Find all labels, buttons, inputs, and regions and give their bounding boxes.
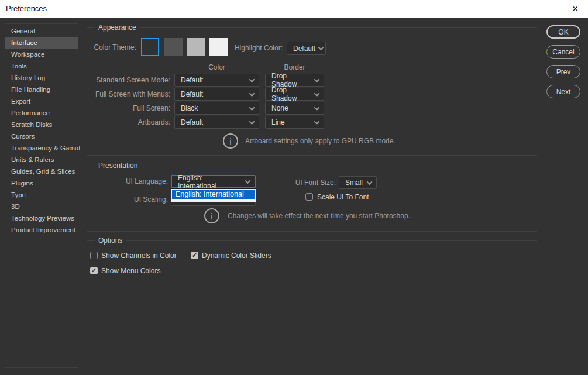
full-screen-with-menus-border-value: Drop Shadow bbox=[271, 86, 311, 102]
check-icon: ✓ bbox=[192, 252, 197, 259]
ui-scaling-label: UI Scaling: bbox=[106, 193, 168, 206]
options-legend: Options bbox=[95, 236, 126, 245]
theme-swatch-light[interactable] bbox=[187, 38, 205, 56]
ui-language-dropdown[interactable]: English: International bbox=[171, 175, 256, 188]
color-theme-label: Color Theme: bbox=[87, 43, 136, 51]
sidebar-item-performance[interactable]: Performance bbox=[5, 107, 78, 119]
full-screen-with-menus-label: Full Screen with Menus: bbox=[87, 88, 170, 101]
restart-info-text: Changes will take effect the next time y… bbox=[228, 208, 410, 223]
chevron-down-icon bbox=[249, 105, 255, 111]
sidebar-item-workspace[interactable]: Workspace bbox=[5, 49, 78, 60]
info-icon: i bbox=[223, 133, 238, 149]
sidebar-item-tools[interactable]: Tools bbox=[5, 60, 78, 72]
sidebar-item-scratch-disks[interactable]: Scratch Disks bbox=[5, 119, 78, 130]
dynamic-color-sliders-checkbox[interactable]: ✓ bbox=[191, 252, 198, 259]
sidebar-item-3d[interactable]: 3D bbox=[5, 201, 78, 212]
chevron-down-icon bbox=[249, 119, 255, 125]
theme-swatch-dark[interactable] bbox=[164, 38, 183, 56]
artboards-label: Artboards: bbox=[87, 116, 170, 129]
chevron-down-icon bbox=[245, 178, 251, 184]
prev-button[interactable]: Prev bbox=[546, 65, 580, 78]
ui-language-open-list: English: International bbox=[171, 188, 256, 202]
ui-language-value: English: International bbox=[178, 174, 242, 190]
show-menu-colors-label[interactable]: Show Menu Colors bbox=[101, 267, 160, 275]
standard-screen-mode-color-dropdown[interactable]: Default bbox=[174, 74, 259, 87]
theme-swatch-darkest[interactable] bbox=[141, 38, 159, 56]
sidebar-item-export[interactable]: Export bbox=[5, 95, 78, 107]
scale-ui-to-font-checkbox[interactable]: ✓ bbox=[305, 193, 313, 201]
presentation-panel: Presentation UI Language: English: Inter… bbox=[87, 166, 537, 232]
sidebar-item-history-log[interactable]: History Log bbox=[5, 72, 78, 84]
full-screen-border-value: None bbox=[271, 104, 288, 112]
chevron-down-icon bbox=[314, 91, 320, 97]
show-channels-in-color-label[interactable]: Show Channels in Color bbox=[101, 252, 177, 260]
sidebar-item-units-rulers[interactable]: Units & Rulers bbox=[5, 154, 78, 166]
options-panel: Options ✓ Show Channels in Color ✓ Dynam… bbox=[87, 240, 537, 281]
ui-font-size-dropdown[interactable]: Small bbox=[339, 176, 377, 189]
artboards-color-dropdown[interactable]: Default bbox=[174, 116, 259, 129]
appearance-legend: Appearance bbox=[95, 23, 140, 32]
chevron-down-icon bbox=[249, 91, 255, 97]
appearance-panel: Appearance Color Theme: Highlight Color:… bbox=[87, 27, 537, 156]
chevron-down-icon bbox=[318, 44, 324, 50]
info-icon: i bbox=[204, 208, 219, 223]
sidebar-item-general[interactable]: General bbox=[5, 25, 78, 37]
sidebar-item-product-improvement[interactable]: Product Improvement bbox=[5, 224, 78, 236]
full-screen-color-value: Black bbox=[181, 104, 198, 112]
full-screen-with-menus-color-value: Default bbox=[181, 90, 203, 98]
chevron-down-icon bbox=[314, 77, 320, 82]
next-button[interactable]: Next bbox=[546, 85, 580, 98]
highlight-color-dropdown[interactable]: Default bbox=[287, 42, 326, 55]
sidebar-item-guides-grid-slices[interactable]: Guides, Grid & Slices bbox=[5, 166, 78, 177]
ui-language-label: UI Language: bbox=[106, 175, 168, 188]
show-channels-in-color-checkbox[interactable]: ✓ bbox=[90, 252, 98, 259]
standard-screen-mode-label: Standard Screen Mode: bbox=[87, 74, 170, 87]
window-title: Preferences bbox=[6, 0, 47, 18]
chevron-down-icon bbox=[249, 77, 255, 82]
full-screen-label: Full Screen: bbox=[87, 102, 170, 115]
check-icon: ✓ bbox=[91, 267, 97, 274]
artboard-info-text: Artboard settings only apply to GPU RGB … bbox=[245, 133, 396, 149]
standard-screen-mode-border-dropdown[interactable]: Drop Shadow bbox=[265, 74, 324, 87]
sidebar-item-file-handling[interactable]: File Handling bbox=[5, 84, 78, 95]
sidebar-item-transparency-gamut[interactable]: Transparency & Gamut bbox=[5, 142, 78, 154]
full-screen-with-menus-border-dropdown[interactable]: Drop Shadow bbox=[265, 88, 324, 101]
border-column-header: Border bbox=[265, 63, 324, 71]
color-column-header: Color bbox=[174, 63, 259, 71]
ui-language-list-item[interactable]: English: International bbox=[172, 190, 255, 199]
sidebar-item-cursors[interactable]: Cursors bbox=[5, 130, 78, 142]
sidebar-item-interface[interactable]: Interface bbox=[5, 37, 78, 49]
sidebar-item-type[interactable]: Type bbox=[5, 189, 78, 201]
sidebar-item-technology-previews[interactable]: Technology Previews bbox=[5, 212, 78, 224]
highlight-color-label: Highlight Color: bbox=[229, 44, 283, 52]
cancel-button[interactable]: Cancel bbox=[546, 45, 580, 59]
artboards-border-dropdown[interactable]: Line bbox=[265, 116, 324, 129]
ui-font-size-value: Small bbox=[345, 178, 363, 187]
show-menu-colors-checkbox[interactable]: ✓ bbox=[90, 267, 98, 274]
artboards-border-value: Line bbox=[271, 118, 285, 126]
presentation-legend: Presentation bbox=[95, 161, 141, 170]
theme-swatch-lightest[interactable] bbox=[209, 38, 228, 56]
title-bar: Preferences ✕ bbox=[0, 0, 588, 18]
close-icon[interactable]: ✕ bbox=[569, 0, 582, 18]
ok-button[interactable]: OK bbox=[546, 25, 580, 39]
dynamic-color-sliders-label[interactable]: Dynamic Color Sliders bbox=[202, 252, 271, 260]
full-screen-border-dropdown[interactable]: None bbox=[265, 102, 324, 115]
full-screen-with-menus-color-dropdown[interactable]: Default bbox=[174, 88, 259, 101]
ui-font-size-label: UI Font Size: bbox=[276, 176, 336, 189]
preferences-nav: General Interface Workspace Tools Histor… bbox=[5, 23, 78, 368]
sidebar-item-plugins[interactable]: Plugins bbox=[5, 177, 78, 189]
chevron-down-icon bbox=[314, 105, 320, 111]
chevron-down-icon bbox=[367, 179, 373, 185]
standard-screen-mode-color-value: Default bbox=[181, 76, 203, 84]
artboards-color-value: Default bbox=[181, 118, 203, 126]
highlight-color-value: Default bbox=[293, 44, 315, 53]
scale-ui-to-font-label[interactable]: Scale UI To Font bbox=[317, 193, 369, 201]
chevron-down-icon bbox=[314, 119, 320, 125]
full-screen-color-dropdown[interactable]: Black bbox=[174, 102, 259, 115]
